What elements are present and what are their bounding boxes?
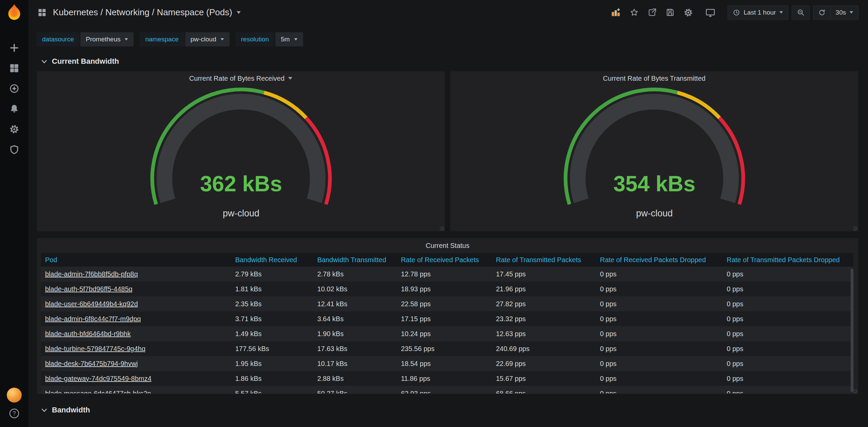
clock-icon: [733, 9, 740, 16]
metric-cell: 15.67 pps: [492, 371, 596, 386]
configuration-button[interactable]: [8, 124, 20, 135]
column-header[interactable]: Pod: [41, 253, 231, 267]
gauge-panel-transmitted: Current Rate of Bytes Transmitted 354 kB…: [450, 71, 859, 232]
explore-button[interactable]: [8, 83, 20, 94]
grafana-logo[interactable]: [4, 3, 24, 23]
user-avatar[interactable]: [7, 388, 22, 403]
variable-value: 5m: [281, 36, 290, 43]
gauge-namespace-label: pw-cloud: [222, 208, 259, 218]
variable-namespace: namespace pw-cloud: [140, 32, 229, 46]
metric-cell: 17.63 kBs: [313, 341, 397, 356]
metric-cell: 10.24 pps: [397, 326, 492, 341]
save-button[interactable]: [666, 8, 675, 17]
metric-cell: 21.96 pps: [492, 282, 596, 296]
metric-cell: 177.56 kBs: [231, 341, 313, 356]
metric-cell: 3.71 kBs: [231, 311, 313, 326]
dashboards-button[interactable]: [8, 63, 20, 74]
metric-cell: 1.86 kBs: [231, 371, 313, 386]
table-row: blade-auth-bfd6464bd-r9bhk 1.49 kBs 1.90…: [41, 326, 853, 341]
pod-link[interactable]: blade-gateway-74dc975549-8bmz4: [45, 375, 152, 382]
refresh-interval-label: 30s: [835, 9, 846, 16]
section-header-bandwidth[interactable]: Bandwidth: [37, 403, 859, 417]
panel-title-text: Current Rate of Bytes Transmitted: [603, 75, 705, 82]
alerting-button[interactable]: [8, 103, 20, 114]
star-button[interactable]: [630, 8, 639, 17]
panel-title[interactable]: Current Rate of Bytes Transmitted: [450, 71, 858, 85]
metric-cell: 0 pps: [723, 371, 853, 386]
pod-link[interactable]: blade-auth-bfd6464bd-r9bhk: [45, 330, 131, 337]
metric-cell: 17.15 pps: [397, 311, 492, 326]
pod-link[interactable]: blade-admin-6f8c44c7f7-m9dpq: [45, 315, 141, 323]
table-row: blade-user-6b649449b4-kq92d 2.35 kBs 12.…: [41, 296, 853, 311]
share-button[interactable]: [648, 8, 657, 17]
gauge-value: 362 kBs: [200, 172, 282, 196]
metric-cell: 2.79 kBs: [231, 267, 313, 282]
pod-link[interactable]: blade-turbine-579847745c-9g4hq: [45, 345, 145, 352]
column-header[interactable]: Rate of Received Packets Dropped: [596, 253, 723, 267]
variable-value-dropdown[interactable]: 5m: [275, 32, 303, 46]
metric-cell: 12.41 kBs: [313, 296, 397, 311]
help-button[interactable]: ?: [8, 408, 20, 419]
metric-cell: 0 pps: [596, 326, 723, 341]
table-panel: Current Status PodBandwidth ReceivedBand…: [37, 238, 859, 394]
navbar: Kubernetes / Networking / Namespace (Pod…: [28, 0, 868, 25]
grafana-logo-icon: [4, 3, 24, 23]
column-header[interactable]: Bandwidth Received: [231, 253, 313, 267]
table-row: blade-message-6dc46477cb-hks2n 5.57 kBs …: [41, 386, 853, 393]
pod-link[interactable]: blade-admin-7f6bb8f5db-pfp8q: [45, 270, 138, 278]
metric-cell: 22.69 pps: [492, 356, 596, 371]
metric-cell: 3.64 kBs: [313, 311, 397, 326]
shield-icon: [9, 144, 19, 155]
variable-value-dropdown[interactable]: pw-cloud: [185, 32, 230, 46]
section-header-current-bandwidth[interactable]: Current Bandwidth: [37, 55, 859, 68]
pod-link[interactable]: blade-auth-5f7bd96ff5-4485q: [45, 285, 133, 293]
panel-title[interactable]: Current Rate of Bytes Received: [37, 71, 445, 85]
metric-cell: 2.88 kBs: [313, 371, 397, 386]
add-panel-button[interactable]: [611, 7, 621, 18]
table-row: blade-auth-5f7bd96ff5-4485q 1.81 kBs 10.…: [41, 282, 853, 296]
pod-link[interactable]: blade-desk-7b6475b794-9hvwj: [45, 360, 138, 367]
refresh-button[interactable]: [813, 6, 830, 19]
column-header[interactable]: Bandwidth Transmitted: [313, 253, 397, 267]
question-circle-icon: ?: [8, 408, 20, 419]
sidebar-bottom: ?: [7, 388, 22, 419]
column-header[interactable]: Rate of Transmitted Packets Dropped: [723, 253, 853, 267]
table-panel-title[interactable]: Current Status: [37, 238, 858, 253]
server-admin-button[interactable]: [8, 144, 20, 155]
metric-cell: 22.58 pps: [397, 296, 492, 311]
column-header[interactable]: Rate of Transmitted Packets: [492, 253, 596, 267]
column-header[interactable]: Rate of Received Packets: [397, 253, 492, 267]
dashboard-title[interactable]: Kubernetes / Networking / Namespace (Pod…: [53, 7, 232, 18]
section-title: Current Bandwidth: [52, 57, 119, 66]
variable-value-dropdown[interactable]: Prometheus: [80, 32, 134, 46]
metric-cell: 1.49 kBs: [231, 326, 313, 341]
template-variables: datasource Prometheus namespace pw-cloud…: [37, 32, 859, 46]
chevron-down-icon: [41, 408, 47, 412]
pod-link[interactable]: blade-message-6dc46477cb-hks2n: [45, 390, 151, 393]
metric-cell: 18.93 pps: [397, 282, 492, 296]
create-button[interactable]: [8, 42, 20, 53]
metric-cell: 12.63 pps: [492, 326, 596, 341]
cycle-view-button[interactable]: [705, 7, 715, 18]
variable-value: pw-cloud: [191, 36, 216, 43]
table-row: blade-admin-6f8c44c7f7-m9dpq 3.71 kBs 3.…: [41, 311, 853, 326]
metric-cell: 68.66 pps: [492, 386, 596, 393]
metric-cell: 23.32 pps: [492, 311, 596, 326]
metric-cell: 1.90 kBs: [313, 326, 397, 341]
refresh-interval-dropdown[interactable]: 30s: [830, 6, 858, 19]
metric-cell: 0 pps: [596, 371, 723, 386]
monitor-icon: [705, 7, 715, 18]
variable-resolution: resolution 5m: [236, 32, 303, 46]
gauge-value: 354 kBs: [613, 172, 695, 196]
zoom-out-icon: [797, 8, 805, 16]
zoom-out-button[interactable]: [792, 5, 810, 20]
metric-cell: 5.57 kBs: [231, 386, 313, 393]
dashboard-settings-button[interactable]: [684, 8, 693, 17]
plus-icon: [9, 43, 19, 53]
table-scrollbar[interactable]: [851, 269, 853, 392]
pod-link[interactable]: blade-user-6b649449b4-kq92d: [45, 300, 138, 308]
metric-cell: 0 pps: [723, 267, 853, 282]
time-range-picker[interactable]: Last 1 hour: [728, 5, 788, 20]
metric-cell: 2.35 kBs: [231, 296, 313, 311]
refresh-group: 30s: [813, 5, 859, 20]
